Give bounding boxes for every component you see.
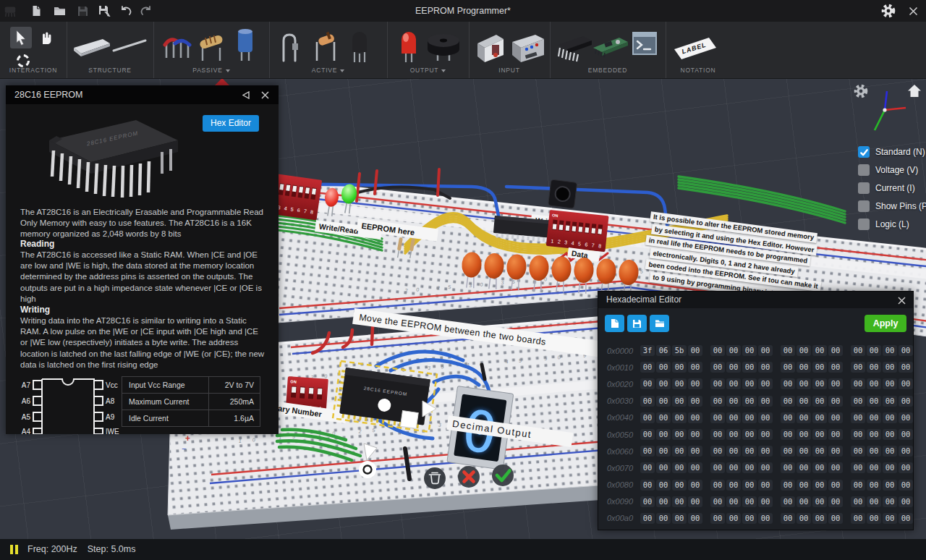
hex-byte[interactable]: 00 <box>812 429 827 440</box>
hex-byte[interactable]: 00 <box>781 429 795 440</box>
hex-byte[interactable]: 00 <box>797 462 811 473</box>
hex-byte[interactable]: 00 <box>640 396 655 407</box>
hex-byte[interactable]: 00 <box>742 362 757 373</box>
capacitor-icon[interactable] <box>234 27 256 65</box>
dropdown-caret-icon[interactable] <box>441 69 446 72</box>
hex-byte[interactable]: 00 <box>688 513 702 524</box>
hex-byte[interactable]: 00 <box>797 513 811 524</box>
hex-byte[interactable]: 00 <box>710 513 725 524</box>
hex-byte[interactable]: 00 <box>828 513 843 524</box>
hex-open-button[interactable] <box>650 315 669 332</box>
hex-byte[interactable]: 00 <box>726 462 741 473</box>
hex-byte[interactable]: 00 <box>672 396 687 407</box>
hex-byte[interactable]: 00 <box>828 345 843 356</box>
hex-byte[interactable]: 00 <box>851 429 865 440</box>
checkbox-row[interactable]: Current (I) <box>858 182 926 194</box>
hex-byte[interactable]: 00 <box>640 362 655 373</box>
hex-byte[interactable]: 00 <box>867 446 881 457</box>
hex-byte[interactable]: 00 <box>742 513 757 524</box>
hex-byte[interactable]: 00 <box>851 513 865 524</box>
hex-byte[interactable]: 00 <box>710 496 725 507</box>
hex-byte[interactable]: 00 <box>883 429 897 440</box>
hex-byte[interactable]: 00 <box>758 396 773 407</box>
hex-byte[interactable]: 00 <box>828 429 843 440</box>
hex-byte[interactable]: 00 <box>883 345 897 356</box>
hex-byte[interactable]: 00 <box>899 496 913 507</box>
hex-byte[interactable]: 00 <box>867 345 881 356</box>
hex-byte[interactable]: 00 <box>742 378 757 389</box>
hex-byte[interactable]: 00 <box>742 412 757 423</box>
hex-byte[interactable]: 00 <box>688 345 702 356</box>
checkbox[interactable] <box>858 182 870 194</box>
hex-byte[interactable]: 00 <box>899 378 913 389</box>
hex-byte[interactable]: 00 <box>883 462 897 473</box>
hex-byte[interactable]: 00 <box>851 362 865 373</box>
hex-byte[interactable]: 00 <box>812 446 827 457</box>
hex-byte[interactable]: 00 <box>851 412 865 423</box>
viewport-settings-gear-icon[interactable] <box>854 84 868 101</box>
settings-gear-icon[interactable] <box>881 4 896 18</box>
hex-byte[interactable]: 3f <box>640 345 655 356</box>
hex-byte[interactable]: 00 <box>688 396 702 407</box>
hex-editor-button[interactable]: Hex Editor <box>203 115 259 132</box>
hex-byte[interactable]: 00 <box>781 378 795 389</box>
hex-byte[interactable]: 00 <box>656 378 671 389</box>
hex-byte[interactable]: 00 <box>688 378 702 389</box>
led-icon[interactable] <box>399 27 419 67</box>
hex-byte[interactable]: 00 <box>726 480 741 491</box>
hex-byte[interactable]: 00 <box>812 462 827 473</box>
hex-byte[interactable]: 00 <box>758 429 773 440</box>
hex-byte[interactable]: 00 <box>851 378 865 389</box>
checkbox-row[interactable]: Logic (L) <box>858 219 926 230</box>
push-button[interactable] <box>548 179 577 208</box>
hex-byte[interactable]: 00 <box>867 429 881 440</box>
hex-byte[interactable]: 00 <box>640 496 655 507</box>
hex-byte[interactable]: 00 <box>899 362 913 373</box>
hex-byte[interactable]: 00 <box>812 362 827 373</box>
confirm-button[interactable] <box>492 464 514 486</box>
hex-byte[interactable]: 00 <box>758 362 773 373</box>
hex-editor-close-icon[interactable] <box>896 294 907 306</box>
hex-byte[interactable]: 00 <box>726 345 741 356</box>
hex-byte[interactable]: 00 <box>672 429 687 440</box>
hex-byte[interactable]: 5b <box>672 345 687 356</box>
hex-byte[interactable]: 00 <box>726 412 741 423</box>
cancel-button[interactable] <box>458 466 480 488</box>
hex-byte[interactable]: 00 <box>672 446 687 457</box>
hex-byte[interactable]: 00 <box>781 412 795 423</box>
hex-byte[interactable]: 00 <box>828 462 843 473</box>
hex-byte[interactable]: 00 <box>812 496 827 507</box>
hex-byte[interactable]: 00 <box>812 480 827 491</box>
hex-byte[interactable]: 00 <box>710 429 725 440</box>
hex-byte[interactable]: 00 <box>851 345 865 356</box>
ic-chip-icon[interactable] <box>554 30 596 67</box>
hex-byte[interactable]: 00 <box>672 412 687 423</box>
hex-byte[interactable]: 00 <box>812 396 827 407</box>
hex-byte[interactable]: 00 <box>726 513 741 524</box>
hex-byte[interactable]: 00 <box>672 496 687 507</box>
collapse-panel-icon[interactable] <box>239 89 252 101</box>
hex-byte[interactable]: 00 <box>656 446 671 457</box>
hex-byte[interactable]: 00 <box>758 345 773 356</box>
hex-byte[interactable]: 00 <box>781 446 795 457</box>
dropdown-caret-icon[interactable] <box>340 69 344 72</box>
hex-byte[interactable]: 00 <box>672 378 687 389</box>
hex-byte[interactable]: 00 <box>812 513 827 524</box>
delete-button[interactable] <box>424 467 446 489</box>
power-supply-icon[interactable] <box>509 32 547 67</box>
hex-byte[interactable]: 00 <box>867 362 881 373</box>
buzzer-icon[interactable] <box>425 32 462 65</box>
hex-byte[interactable]: 00 <box>742 462 757 473</box>
checkbox[interactable] <box>858 200 870 212</box>
hex-byte[interactable]: 00 <box>710 396 725 407</box>
hex-byte[interactable]: 00 <box>640 412 655 423</box>
signal-diode-icon[interactable] <box>313 30 339 65</box>
hex-byte[interactable]: 00 <box>640 513 655 524</box>
hex-byte[interactable]: 00 <box>672 513 687 524</box>
pause-indicator-icon[interactable] <box>10 545 20 554</box>
hex-byte[interactable]: 00 <box>640 378 655 389</box>
hex-byte[interactable]: 00 <box>742 496 757 507</box>
hex-byte[interactable]: 00 <box>883 396 897 407</box>
checkbox-row[interactable]: Standard (N) <box>858 146 926 158</box>
hex-byte[interactable]: 00 <box>758 513 773 524</box>
